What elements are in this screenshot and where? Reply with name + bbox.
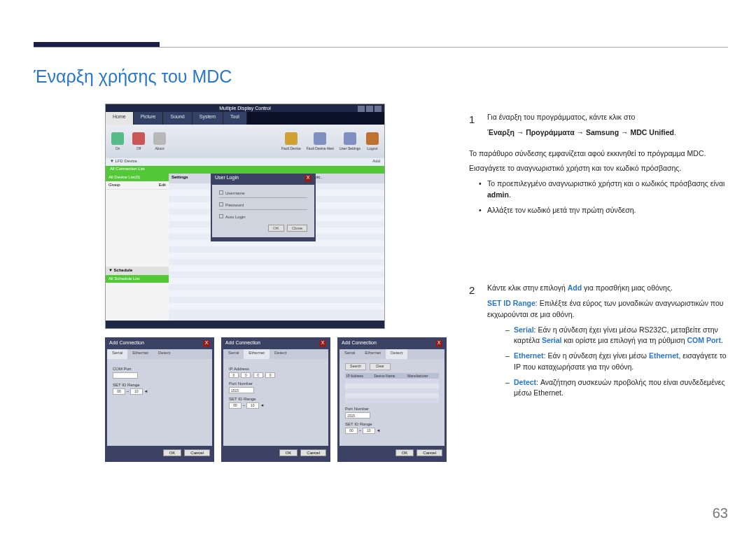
setid-to[interactable]: 10 [130, 388, 143, 395]
connection-table-area: Settings Connection Type Port SET ID Ran… [169, 174, 384, 321]
default-credentials-note: Το προεπιλεγμένο αναγνωριστικό χρήστη κα… [479, 178, 728, 201]
user-settings-button[interactable]: User Settings [340, 132, 360, 150]
power-on-button[interactable]: On [111, 132, 124, 150]
tab-serial[interactable]: Serial [107, 349, 127, 359]
tab-bar: Home Picture Sound System Tool [106, 112, 384, 125]
power-off-icon [132, 132, 145, 145]
about-button[interactable]: About [153, 132, 166, 150]
ok-button[interactable]: OK [396, 449, 414, 456]
setid-from[interactable]: 00 [345, 428, 358, 434]
add-connection-detect: Add ConnectionX Serial Ethernet Detect S… [337, 337, 447, 462]
tab-home[interactable]: Home [106, 112, 134, 125]
add-link[interactable]: Add [372, 159, 380, 165]
step-number-1: 1 [469, 112, 479, 143]
add-connection-serial: Add ConnectionX Serial Ethernet Detect C… [105, 337, 214, 462]
spin-down-icon[interactable]: ◄ [377, 428, 381, 433]
setid-from[interactable]: 00 [113, 388, 125, 395]
setid-from[interactable]: 00 [229, 402, 241, 409]
dialog-close-icon[interactable]: X [203, 340, 210, 347]
ok-button[interactable]: OK [279, 449, 298, 456]
tab-serial[interactable]: Serial [223, 349, 244, 359]
tab-detect[interactable]: Detect [153, 349, 175, 359]
mdc-window: Multiple Display Control Home Picture So… [105, 104, 385, 329]
ok-button[interactable]: OK [163, 449, 182, 456]
change-password-note: Αλλάξτε τον κωδικό μετά την πρώτη σύνδεσ… [479, 205, 728, 216]
spin-down-icon[interactable]: ◄ [260, 403, 265, 407]
tab-ethernet[interactable]: Ethernet [244, 349, 270, 359]
tab-picture[interactable]: Picture [134, 112, 164, 125]
tab-detect[interactable]: Detect [270, 349, 291, 359]
detect-note: Detect: Αναζήτηση συσκευών προβολής που … [505, 377, 728, 400]
close-icon[interactable] [374, 106, 382, 112]
ip-octet-3[interactable]: 0 [253, 372, 263, 378]
dialog-close-icon[interactable]: X [435, 340, 442, 347]
ribbon: On Off About Fault Device Fault Device A… [106, 125, 384, 158]
port-number-label: Port Number [345, 407, 439, 411]
clear-button[interactable]: Clear [370, 363, 391, 370]
detect-table: IP AddressDevice NameManufacturer [345, 373, 439, 403]
lock-icon [219, 202, 223, 206]
port-number-label: Port Number [229, 381, 323, 386]
com-port-select[interactable] [113, 372, 138, 379]
all-device-list[interactable]: All Device List(0) [106, 174, 169, 181]
fault-device-button[interactable]: Fault Device [281, 132, 301, 150]
tab-tool[interactable]: Tool [223, 112, 247, 125]
settings-header: Settings [169, 174, 211, 183]
serial-note: Serial: Εάν η σύνδεση έχει γίνει μέσω RS… [505, 325, 728, 347]
password-label: Password [225, 203, 244, 207]
login-close-icon[interactable]: X [304, 175, 312, 182]
tab-serial[interactable]: Serial [340, 349, 360, 359]
logout-button[interactable]: Logout [366, 132, 379, 150]
header-rule [34, 47, 728, 48]
username-label: Username [225, 191, 245, 195]
login-close-button[interactable]: Close [287, 225, 307, 232]
add-connection-ethernet: Add ConnectionX Serial Ethernet Detect I… [221, 337, 330, 462]
ethernet-note: Ethernet: Εάν η σύνδεση έχει γίνει μέσω … [505, 351, 728, 373]
device-sidebar: All Device List(0) GroupEdit ▼ Schedule … [106, 174, 169, 321]
window-buttons [358, 106, 382, 112]
cancel-button[interactable]: Cancel [300, 449, 326, 456]
fault-alert-button[interactable]: Fault Device Alert [307, 132, 334, 150]
auto-login-label: Auto Login [225, 215, 246, 219]
ip-octet-4[interactable]: 0 [265, 372, 275, 378]
page-title: Έναρξη χρήσης του MDC [34, 66, 232, 87]
page-number: 63 [713, 505, 728, 521]
setid-label: SET ID Range [345, 422, 439, 426]
bell-icon [314, 132, 326, 145]
ip-octet-2[interactable]: 0 [241, 372, 251, 378]
tab-ethernet[interactable]: Ethernet [127, 349, 153, 359]
com-port-label: COM Port [113, 367, 206, 371]
setid-to[interactable]: 10 [363, 428, 375, 434]
ip-octet-1[interactable]: 0 [229, 372, 239, 378]
cancel-button[interactable]: Cancel [184, 449, 210, 456]
auto-login-checkbox[interactable] [219, 214, 223, 218]
power-on-icon [111, 132, 124, 145]
setid-to[interactable]: 10 [246, 402, 259, 409]
search-button[interactable]: Search [345, 363, 366, 370]
user-icon [219, 190, 223, 195]
port-number-input[interactable]: 1515 [345, 412, 370, 419]
warning-icon [285, 132, 298, 145]
tab-detect[interactable]: Detect [386, 349, 407, 359]
dialog-close-icon[interactable]: X [319, 340, 326, 347]
group-row[interactable]: GroupEdit [106, 181, 169, 190]
cancel-button[interactable]: Cancel [416, 449, 442, 456]
tab-ethernet[interactable]: Ethernet [360, 349, 386, 359]
schedule-header[interactable]: ▼ Schedule [106, 267, 169, 275]
port-number-input[interactable]: 1515 [229, 387, 254, 393]
minimize-icon[interactable] [358, 106, 365, 112]
setid-label: SET ID Range [113, 383, 206, 387]
ip-address-label: IP Address [229, 367, 323, 371]
login-title: User Login [215, 175, 239, 182]
all-schedule-list[interactable]: All Schedule List [106, 275, 169, 283]
login-ok-button[interactable]: OK [268, 225, 284, 232]
tab-sound[interactable]: Sound [163, 112, 192, 125]
maximize-icon[interactable] [366, 106, 373, 112]
info-icon [153, 132, 166, 145]
all-connection-header[interactable]: All Connection List [106, 166, 384, 174]
power-off-button[interactable]: Off [132, 132, 145, 150]
lfd-header[interactable]: ▼ LFD Device [110, 159, 137, 165]
door-icon [366, 132, 379, 145]
tab-system[interactable]: System [192, 112, 223, 125]
spin-down-icon[interactable]: ◄ [144, 389, 148, 393]
